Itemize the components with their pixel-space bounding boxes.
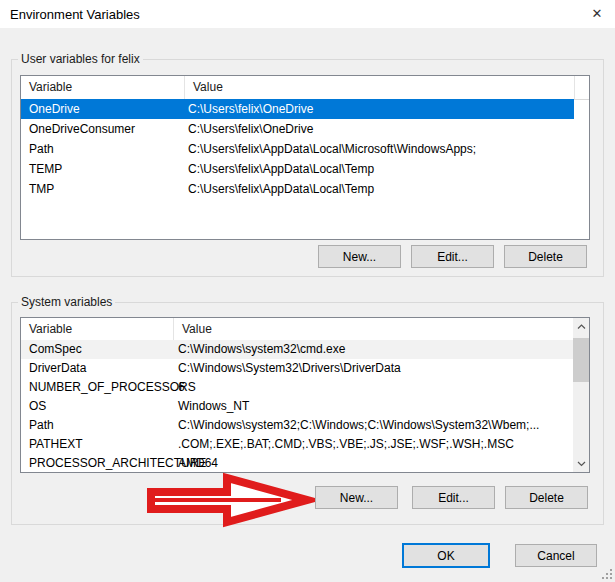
cell-variable: Path — [29, 416, 54, 435]
cell-variable: ComSpec — [29, 340, 82, 359]
system-new-button[interactable]: New... — [315, 486, 398, 509]
environment-variables-dialog: Environment Variables ✕ User variables f… — [0, 0, 615, 582]
table-row[interactable]: ComSpec C:\Windows\system32\cmd.exe — [21, 340, 589, 359]
cell-value: C:\Windows\system32\cmd.exe — [178, 340, 345, 359]
cell-value: C:\Users\felix\AppData\Local\Temp — [188, 159, 374, 179]
cell-variable: OS — [29, 397, 46, 416]
user-new-button[interactable]: New... — [318, 245, 401, 268]
vertical-scrollbar[interactable] — [573, 318, 589, 472]
table-row[interactable]: Path C:\Users\felix\AppData\Local\Micros… — [21, 139, 589, 159]
cell-value: 6 — [178, 378, 185, 397]
user-table-rows: OneDrive C:\Users\felix\OneDrive OneDriv… — [21, 99, 589, 199]
window-title: Environment Variables — [10, 7, 140, 22]
table-row[interactable]: TMP C:\Users\felix\AppData\Local\Temp — [21, 179, 589, 199]
table-row[interactable]: OS Windows_NT — [21, 397, 589, 416]
user-variables-group-label: User variables for felix — [18, 52, 143, 66]
scrollbar-thumb[interactable] — [573, 338, 589, 382]
scroll-up-icon — [577, 324, 586, 330]
user-table-header: Variable Value — [21, 76, 589, 100]
cell-variable: TEMP — [29, 159, 62, 179]
user-variables-table: Variable Value OneDrive C:\Users\felix\O… — [20, 75, 590, 240]
system-variables-group-label: System variables — [18, 295, 115, 309]
cell-variable: PATHEXT — [29, 435, 83, 454]
cell-variable: Path — [29, 139, 54, 159]
annotation-arrow-icon — [143, 470, 315, 528]
cell-variable: NUMBER_OF_PROCESSORS — [29, 378, 196, 397]
close-icon: ✕ — [592, 6, 603, 21]
column-header-value[interactable]: Value — [174, 318, 575, 340]
cell-value: C:\Users\felix\OneDrive — [188, 99, 313, 119]
scroll-down-button[interactable] — [573, 455, 589, 472]
table-row[interactable]: OneDriveConsumer C:\Users\felix\OneDrive — [21, 119, 589, 139]
title-bar: Environment Variables ✕ — [0, 0, 615, 28]
column-header-variable[interactable]: Variable — [21, 76, 185, 99]
table-row[interactable]: PATHEXT .COM;.EXE;.BAT;.CMD;.VBS;.VBE;.J… — [21, 435, 589, 454]
column-header-variable[interactable]: Variable — [21, 318, 174, 340]
cancel-button[interactable]: Cancel — [515, 544, 597, 567]
cell-value: C:\Windows\system32;C:\Windows;C:\Window… — [178, 416, 539, 435]
system-table-header: Variable Value — [21, 318, 589, 341]
cell-variable: OneDrive — [29, 99, 80, 119]
cell-value: Windows_NT — [178, 397, 249, 416]
column-header-value[interactable]: Value — [185, 76, 575, 99]
cell-variable: DriverData — [29, 359, 86, 378]
cell-value: .COM;.EXE;.BAT;.CMD;.VBS;.VBE;.JS;.JSE;.… — [178, 435, 514, 454]
cell-variable: OneDriveConsumer — [29, 119, 135, 139]
system-edit-button[interactable]: Edit... — [412, 486, 495, 509]
cell-value: C:\Users\felix\AppData\Local\Temp — [188, 179, 374, 199]
table-row[interactable]: DriverData C:\Windows\System32\Drivers\D… — [21, 359, 589, 378]
close-button[interactable]: ✕ — [586, 3, 608, 25]
table-row[interactable]: NUMBER_OF_PROCESSORS 6 — [21, 378, 589, 397]
cell-value: C:\Users\felix\AppData\Local\Microsoft\W… — [188, 139, 476, 159]
user-delete-button[interactable]: Delete — [504, 245, 587, 268]
scroll-down-icon — [577, 461, 586, 467]
system-variables-table: Variable Value ComSpec C:\Windows\system… — [20, 317, 590, 473]
cell-variable: TMP — [29, 179, 54, 199]
system-delete-button[interactable]: Delete — [505, 486, 588, 509]
resize-grip[interactable] — [601, 568, 613, 580]
cell-value: C:\Users\felix\OneDrive — [188, 119, 313, 139]
scroll-up-button[interactable] — [573, 318, 589, 335]
cell-value: C:\Windows\System32\Drivers\DriverData — [178, 359, 401, 378]
ok-button[interactable]: OK — [402, 543, 490, 568]
system-table-rows: ComSpec C:\Windows\system32\cmd.exe Driv… — [21, 340, 589, 473]
user-edit-button[interactable]: Edit... — [411, 245, 494, 268]
table-row-selected[interactable]: OneDrive C:\Users\felix\OneDrive — [21, 99, 574, 119]
table-row[interactable]: Path C:\Windows\system32;C:\Windows;C:\W… — [21, 416, 589, 435]
table-row[interactable]: TEMP C:\Users\felix\AppData\Local\Temp — [21, 159, 589, 179]
